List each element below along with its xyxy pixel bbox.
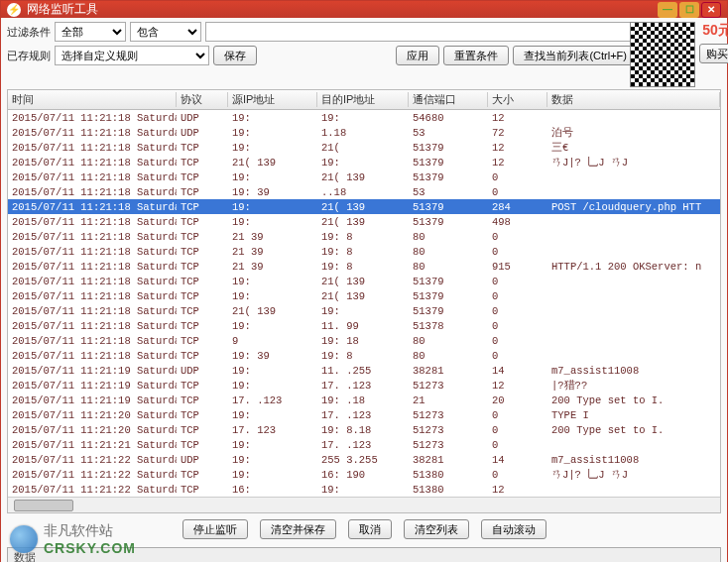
table-cell: 19: 8	[317, 231, 409, 243]
table-cell: 19: 8	[317, 246, 409, 258]
reset-button[interactable]: 重置条件	[443, 46, 509, 65]
app-icon: ⚡	[7, 3, 21, 17]
horizontal-scrollbar[interactable]	[8, 497, 720, 512]
table-cell: 0	[488, 246, 547, 258]
table-row[interactable]: 2015/07/11 11:21:18 SaturdayTCP21 3919: …	[8, 259, 720, 274]
window-title: 网络监听工具	[27, 1, 98, 18]
table-cell: 53	[409, 186, 488, 198]
table-row[interactable]: 2015/07/11 11:21:18 SaturdayTCP19:21( 13…	[8, 214, 720, 229]
table-row[interactable]: 2015/07/11 11:21:18 SaturdayTCP19:21(513…	[8, 140, 720, 155]
table-row[interactable]: 2015/07/11 11:21:18 SaturdayUDP19:19:546…	[8, 110, 720, 125]
table-cell: 19:	[228, 171, 317, 183]
clear-list-button[interactable]: 清空列表	[404, 519, 469, 539]
table-cell: TCP	[177, 261, 228, 273]
table-cell: 12	[488, 142, 547, 154]
save-button[interactable]: 保存	[213, 46, 257, 65]
table-cell: 80	[409, 350, 488, 362]
table-cell: 284	[488, 201, 547, 213]
table-cell: 915	[488, 261, 547, 273]
table-row[interactable]: 2015/07/11 11:21:18 SaturdayTCP19:21( 13…	[8, 169, 720, 184]
table-row[interactable]: 2015/07/11 11:21:20 SaturdayTCP19:17. .1…	[8, 407, 720, 422]
table-cell: 2015/07/11 11:21:18 Saturday	[8, 201, 177, 213]
table-row[interactable]: 2015/07/11 11:21:19 SaturdayTCP19:17. .1…	[8, 378, 720, 393]
table-cell: 0	[488, 320, 547, 332]
table-row[interactable]: 2015/07/11 11:21:21 SaturdayTCP19:17. .1…	[8, 437, 720, 452]
filter-label: 过滤条件	[7, 25, 51, 40]
table-cell: 51378	[409, 320, 488, 332]
table-row[interactable]: 2015/07/11 11:21:18 SaturdayTCP21 3919: …	[8, 229, 720, 244]
close-button[interactable]: ✕	[701, 2, 721, 18]
column-header[interactable]: 大小	[488, 92, 547, 107]
find-button[interactable]: 查找当前列表(Ctrl+F)	[513, 46, 638, 65]
table-cell: TCP	[177, 424, 228, 436]
table-cell: 0	[488, 469, 547, 481]
table-row[interactable]: 2015/07/11 11:21:18 SaturdayTCP19:21( 13…	[8, 274, 720, 288]
column-header[interactable]: 数据	[547, 92, 720, 107]
column-header[interactable]: 通信端口	[409, 92, 488, 107]
table-cell: 19:	[228, 380, 317, 392]
table-row[interactable]: 2015/07/11 11:21:19 SaturdayTCP17. .1231…	[8, 393, 720, 407]
filter-scope-select[interactable]: 全部	[55, 22, 126, 42]
auto-scroll-button[interactable]: 自动滚动	[481, 519, 546, 539]
table-cell: 200 Type set to I.	[547, 424, 720, 436]
table-cell: 19:	[317, 484, 409, 496]
table-row[interactable]: 2015/07/11 11:21:22 SaturdayTCP19:16: 19…	[8, 467, 720, 482]
table-row[interactable]: 2015/07/11 11:21:18 SaturdayTCP21 3919: …	[8, 244, 720, 259]
table-row[interactable]: 2015/07/11 11:21:18 SaturdayTCP19:21( 13…	[8, 288, 720, 303]
table-cell: TCP	[177, 380, 228, 392]
table-row[interactable]: 2015/07/11 11:21:18 SaturdayTCP19: 3919:…	[8, 348, 720, 363]
table-cell: 21(	[317, 142, 409, 154]
table-cell: 19:	[228, 276, 317, 287]
table-cell: 21( 139	[228, 305, 317, 317]
table-row[interactable]: 2015/07/11 11:21:18 SaturdayTCP19:21( 13…	[8, 199, 720, 214]
maximize-button[interactable]: ☐	[679, 2, 699, 18]
apply-button[interactable]: 应用	[396, 46, 439, 65]
packet-table[interactable]: 时间协议源IP地址目的IP地址通信端口大小数据 2015/07/11 11:21…	[7, 89, 721, 513]
column-header[interactable]: 时间	[8, 92, 177, 107]
table-cell: 19:	[228, 409, 317, 421]
table-row[interactable]: 2015/07/11 11:21:18 SaturdayTCP919: 1880…	[8, 333, 720, 348]
titlebar: ⚡ 网络监听工具 — ☐ ✕	[1, 1, 727, 18]
rules-select[interactable]: 选择自定义规则	[55, 46, 209, 65]
table-cell: TCP	[177, 231, 228, 243]
table-cell: 51379	[409, 171, 488, 183]
table-cell: 2015/07/11 11:21:19 Saturday	[8, 394, 177, 406]
clear-save-button[interactable]: 清空并保存	[260, 519, 336, 539]
table-row[interactable]: 2015/07/11 11:21:18 SaturdayTCP19: 39..1…	[8, 184, 720, 199]
table-cell: 51380	[409, 469, 488, 481]
table-row[interactable]: 2015/07/11 11:21:22 SaturdayUDP19:255 3.…	[8, 452, 720, 467]
filter-text-input[interactable]	[205, 22, 638, 42]
stop-listen-button[interactable]: 停止监听	[182, 519, 248, 539]
table-cell: 2015/07/11 11:21:22 Saturday	[8, 469, 177, 481]
table-cell: 498	[488, 216, 547, 228]
table-cell: 51379	[409, 201, 488, 213]
table-row[interactable]: 2015/07/11 11:21:18 SaturdayTCP21( 13919…	[8, 155, 720, 169]
table-cell: 19:	[228, 365, 317, 377]
table-cell: 21	[409, 394, 488, 406]
table-cell: 2015/07/11 11:21:18 Saturday	[8, 246, 177, 258]
buy-button[interactable]: 购买	[699, 44, 728, 63]
table-cell: 2015/07/11 11:21:18 Saturday	[8, 335, 177, 347]
table-cell: 19:	[228, 320, 317, 332]
table-row[interactable]: 2015/07/11 11:21:22 SaturdayTCP16:19:513…	[8, 482, 720, 497]
table-cell: m7_assist11008	[547, 365, 720, 377]
table-cell: 51379	[409, 290, 488, 302]
table-cell: TCP	[177, 305, 228, 317]
table-row[interactable]: 2015/07/11 11:21:19 SaturdayUDP19:11. .2…	[8, 363, 720, 378]
filter-contain-select[interactable]: 包含	[130, 22, 201, 42]
table-row[interactable]: 2015/07/11 11:21:18 SaturdayUDP19:1.1853…	[8, 125, 720, 140]
column-header[interactable]: 目的IP地址	[317, 92, 409, 107]
cancel-button[interactable]: 取消	[348, 519, 392, 539]
table-cell: 19: .18	[317, 394, 409, 406]
table-cell: 38281	[409, 365, 488, 377]
table-cell: 0	[488, 439, 547, 451]
table-row[interactable]: 2015/07/11 11:21:18 SaturdayTCP21( 13919…	[8, 303, 720, 318]
table-row[interactable]: 2015/07/11 11:21:18 SaturdayTCP19:11. 99…	[8, 318, 720, 333]
table-row[interactable]: 2015/07/11 11:21:20 SaturdayTCP17. 12319…	[8, 422, 720, 437]
table-cell: 20	[488, 394, 547, 406]
column-header[interactable]: 协议	[177, 92, 228, 107]
table-cell: 2015/07/11 11:21:21 Saturday	[8, 439, 177, 451]
minimize-button[interactable]: —	[658, 2, 677, 18]
column-header[interactable]: 源IP地址	[228, 92, 317, 107]
table-cell: TCP	[177, 246, 228, 258]
